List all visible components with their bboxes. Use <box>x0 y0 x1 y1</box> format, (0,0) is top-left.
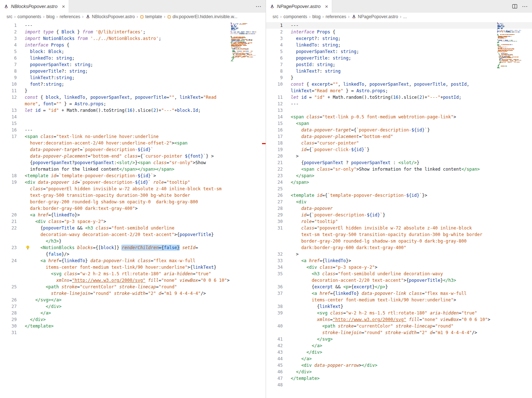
code-line[interactable]: 34<div class="p-3 space-y-2"> <box>266 264 532 271</box>
code-line[interactable]: 39<svg class="w-2 h-2 ms-1.5 rtl:rotate-… <box>266 310 532 316</box>
code-line[interactable]: 14<span class="text-link p-0.5 font-medi… <box>266 114 532 120</box>
code-line[interactable]: decoration-wavy decoration-accent-2/20 t… <box>0 231 266 238</box>
code-line[interactable]: 9} <box>266 74 532 81</box>
code-line[interactable]: {false}/> <box>0 251 266 257</box>
code-line[interactable]: 23<NotionBlocks blocks={[block]} renderC… <box>0 244 266 251</box>
code-line[interactable]: 26<template id={`template-popover-descri… <box>266 192 532 199</box>
code-line[interactable]: hover:decoration-accent-2/40 hover:under… <box>0 140 266 146</box>
breadcrumb-item[interactable]: NBlocksPopover.astro <box>85 14 135 19</box>
more-actions-icon[interactable]: ⋯ <box>255 4 261 9</box>
code-line[interactable]: 23</span> <box>266 172 532 179</box>
breadcrumb-item[interactable]: references <box>326 14 346 19</box>
code-line[interactable]: 48 <box>266 382 532 388</box>
minimap[interactable] <box>231 23 262 62</box>
code-line[interactable]: 37<a href={linkedTo} data-popover-link c… <box>266 290 532 297</box>
code-line[interactable]: decoration-accent-2/20 text-accent">{pop… <box>266 277 532 284</box>
code-editor[interactable]: 1---2interface Props {3excerpt?: string;… <box>266 21 532 398</box>
code-line[interactable]: 13let id = "id" + Math.random().toString… <box>0 107 266 114</box>
code-line[interactable]: 28data-popover <box>266 205 532 212</box>
code-line[interactable]: 29</div> <box>0 316 266 323</box>
code-line[interactable]: 17<span class="text-link no-underline ho… <box>0 133 266 140</box>
code-line[interactable]: 4interface Props { <box>0 42 266 48</box>
code-line[interactable]: 46</div> <box>266 369 532 375</box>
code-line[interactable]: 15<span <box>266 120 532 127</box>
code-line[interactable]: 28</a> <box>0 310 266 316</box>
code-line[interactable]: xmlns="http://www.w3.org/2000/svg" fill=… <box>0 277 266 284</box>
code-line[interactable]: text-sm text-gray-500 transition-opacity… <box>266 231 532 238</box>
code-line[interactable]: data-popover-target=`popover-description… <box>0 146 266 153</box>
code-line[interactable]: </h3>} <box>0 238 266 244</box>
code-line[interactable]: 9linkText?:string; <box>0 74 266 81</box>
code-line[interactable]: 7postId: string; <box>266 61 532 68</box>
code-line[interactable]: 16--- <box>0 127 266 133</box>
code-line[interactable]: 45<div data-popper-arrow></div> <box>266 362 532 369</box>
code-line[interactable]: 7popoverSpanText: string; <box>0 61 266 68</box>
code-line[interactable]: 38{linkText} <box>266 303 532 310</box>
code-line[interactable]: 8linkText?: string <box>266 68 532 74</box>
code-line[interactable]: 6linkedTo: string; <box>0 55 266 61</box>
code-line[interactable]: 25<path stroke="currentColor" stroke-lin… <box>0 284 266 290</box>
breadcrumb-item[interactable]: blog <box>312 14 321 19</box>
code-line[interactable]: 22{popoverTitle && <h3 class="font-semib… <box>0 225 266 231</box>
code-line[interactable]: 47</template> <box>266 375 532 382</box>
code-line[interactable]: 4linkedTo: string; <box>266 42 532 48</box>
code-line[interactable]: 21<div class="p-3 space-y-2"> <box>0 218 266 225</box>
breadcrumb-item[interactable]: div.popoverEl.hidden.invisible.w... <box>167 14 238 19</box>
code-line[interactable]: 1--- <box>266 22 532 29</box>
code-line[interactable]: 20> <box>266 153 532 159</box>
code-line[interactable]: 27</div> <box>0 303 266 310</box>
code-line[interactable]: 8popoverTitle?: string; <box>0 68 266 74</box>
code-line[interactable]: more", font="" } = Astro.props; <box>0 101 266 107</box>
tab-npagepopover[interactable]: NPagePopover.astro × <box>266 0 332 13</box>
code-line[interactable]: {popoverSpanText?popoverSpanText:<slot/>… <box>0 159 266 166</box>
code-line[interactable]: 35<h3 class="font-semibold underline dec… <box>266 271 532 277</box>
code-line[interactable]: 31 <box>0 329 266 336</box>
code-line[interactable]: border-gray-200 rounded-lg shadow-sm opa… <box>266 238 532 244</box>
code-line[interactable]: <svg class="w-2 h-2 ms-1.5 rtl:rotate-18… <box>0 271 266 277</box>
code-line[interactable]: 13 <box>266 107 532 114</box>
code-line[interactable]: 16data-popover-target={`popover-descript… <box>266 127 532 133</box>
code-line[interactable]: 33<a href={linkedTo}> <box>266 257 532 264</box>
code-line[interactable]: 42</a> <box>266 342 532 349</box>
split-editor-icon[interactable] <box>512 4 517 9</box>
code-line[interactable]: stroke-linejoin="round" stroke-width="2"… <box>266 329 532 336</box>
code-line[interactable]: 20<a href={linkedTo}> <box>0 212 266 218</box>
code-line[interactable]: 12--- <box>266 101 532 107</box>
code-line[interactable]: stroke-linejoin="round" stroke-width="2"… <box>0 290 266 297</box>
breadcrumb-item[interactable]: components <box>283 14 307 19</box>
code-line[interactable]: 24<a href={linkedTo} data-popover-link c… <box>0 257 266 264</box>
code-line[interactable]: 36{excerpt && <p>{excerpt}</p>} <box>266 284 532 290</box>
code-line[interactable]: 17data-popover-placement="bottom-end" <box>266 133 532 140</box>
code-line[interactable]: 10const { excerpt="", linkedTo, popoverS… <box>266 81 532 88</box>
code-line[interactable]: 1--- <box>0 22 266 29</box>
breadcrumb-item[interactable]: references <box>60 14 80 19</box>
code-line[interactable]: 14 <box>0 114 266 120</box>
code-line[interactable]: 19id={`popover-click-${id}`} <box>266 146 532 153</box>
code-line[interactable]: 5block: Block; <box>0 48 266 55</box>
code-line[interactable]: class="popoverEl hidden invisible w-72 a… <box>0 186 266 192</box>
tab-nblockspopover[interactable]: NBlocksPopover.astro × <box>0 0 69 13</box>
code-line[interactable]: 31class="popoverEl hidden invisible w-72… <box>266 225 532 231</box>
code-line[interactable]: data-popover-placement="bottom-end" clas… <box>0 153 266 159</box>
code-line[interactable]: 11} <box>0 88 266 94</box>
code-line[interactable]: 27<div <box>266 199 532 205</box>
breadcrumb-item[interactable]: ... <box>403 14 407 19</box>
code-line[interactable]: items-center font-medium text-link/90 ho… <box>266 297 532 303</box>
code-line[interactable]: 32> <box>266 251 532 257</box>
code-line[interactable]: 11let id = "id" + Math.random().toString… <box>266 94 532 101</box>
code-line[interactable]: 29id={`popover-description-${id}`} <box>266 212 532 218</box>
code-line[interactable]: items-center font-medium text-link/90 ho… <box>0 264 266 271</box>
code-line[interactable]: 21{popoverSpanText ? popoverSpanText : <… <box>266 159 532 166</box>
code-line[interactable]: 3import NotionBlocks from '../../NotionB… <box>0 35 266 42</box>
code-line[interactable]: text-gray-500 transition-opacity duratio… <box>0 192 266 199</box>
code-line[interactable]: 5popoverSpanText: string; <box>266 48 532 55</box>
breadcrumb-item[interactable]: src <box>273 14 278 19</box>
code-line[interactable]: 19<div data-popover id=`popover-descript… <box>0 179 266 186</box>
code-line[interactable]: 24</span> <box>266 179 532 186</box>
code-editor[interactable]: 1---2import type { Block } from '@/lib/i… <box>0 21 266 398</box>
lightbulb-icon[interactable] <box>25 245 30 250</box>
breadcrumb-item[interactable]: components <box>17 14 41 19</box>
code-line[interactable]: 18class="cursor-pointer" <box>266 140 532 146</box>
code-line[interactable]: 3excerpt?: string; <box>266 35 532 42</box>
code-line[interactable]: dark:border-gray-600 dark:text-gray-400"… <box>0 205 266 212</box>
